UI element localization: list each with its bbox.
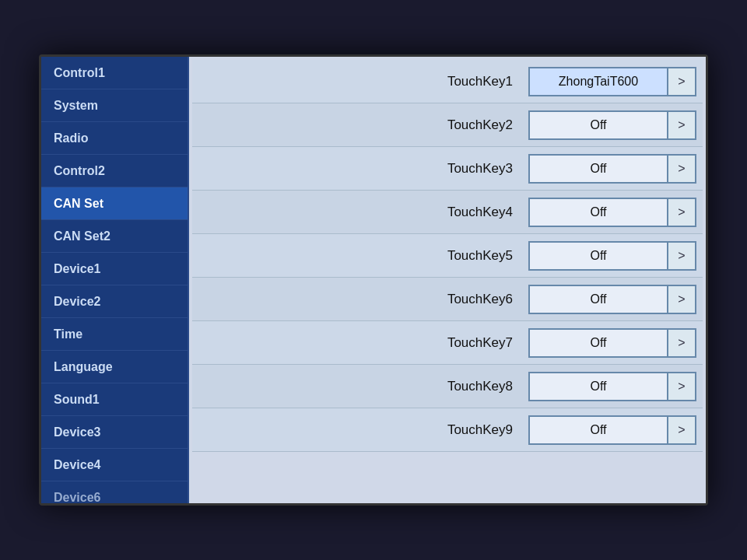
touch-row: TouchKey1ZhongTaiT600> — [192, 60, 703, 103]
touchkey-label: TouchKey6 — [192, 292, 528, 307]
touchkey-value[interactable]: Off — [528, 372, 668, 401]
sidebar-item-radio[interactable]: Radio — [41, 122, 188, 155]
touchkey-value[interactable]: Off — [528, 241, 668, 271]
touch-row: TouchKey6Off> — [192, 278, 703, 321]
touchkey-value[interactable]: Off — [528, 154, 668, 184]
touchkey-arrow[interactable]: > — [668, 67, 696, 96]
touch-row: TouchKey3Off> — [192, 147, 703, 191]
sidebar-item-device3[interactable]: Device3 — [41, 416, 188, 449]
touchkey-value[interactable]: ZhongTaiT600 — [528, 67, 668, 96]
touchkey-arrow[interactable]: > — [668, 198, 696, 227]
sidebar-item-language[interactable]: Language — [41, 351, 188, 383]
touchkey-value[interactable]: Off — [528, 285, 668, 314]
touchkey-label: TouchKey8 — [192, 379, 528, 394]
touchkey-arrow[interactable]: > — [668, 285, 696, 314]
touchkey-arrow[interactable]: > — [668, 328, 696, 358]
touch-row: TouchKey5Off> — [192, 234, 703, 278]
touchkey-arrow[interactable]: > — [668, 372, 696, 401]
sidebar-item-device1[interactable]: Device1 — [41, 253, 188, 285]
touchkey-arrow[interactable]: > — [668, 110, 696, 140]
touchkey-arrow[interactable]: > — [668, 415, 696, 445]
touchkey-arrow[interactable]: > — [668, 154, 696, 184]
touchkey-label: TouchKey1 — [192, 74, 528, 89]
sidebar: Control1SystemRadioControl2CAN SetCAN Se… — [41, 57, 189, 503]
touch-row: TouchKey2Off> — [192, 103, 703, 147]
main-content: TouchKey1ZhongTaiT600>TouchKey2Off>Touch… — [189, 57, 706, 503]
touchkey-label: TouchKey7 — [192, 335, 528, 351]
sidebar-item-system[interactable]: System — [41, 89, 188, 122]
touch-row: TouchKey9Off> — [192, 408, 703, 452]
touchkey-value[interactable]: Off — [528, 328, 668, 358]
sidebar-item-sound1[interactable]: Sound1 — [41, 383, 188, 416]
sidebar-item-control1[interactable]: Control1 — [41, 57, 188, 89]
sidebar-item-canset2[interactable]: CAN Set2 — [41, 220, 188, 253]
sidebar-item-canset[interactable]: CAN Set — [41, 187, 188, 220]
touchkey-value[interactable]: Off — [528, 110, 668, 140]
touchkey-value[interactable]: Off — [528, 415, 668, 445]
touch-row: TouchKey7Off> — [192, 321, 703, 365]
touchkey-label: TouchKey4 — [192, 205, 528, 220]
touchkey-value[interactable]: Off — [528, 198, 668, 227]
touchkey-arrow[interactable]: > — [668, 241, 696, 271]
main-screen: Control1SystemRadioControl2CAN SetCAN Se… — [39, 54, 708, 506]
sidebar-item-time[interactable]: Time — [41, 318, 188, 351]
touch-row: TouchKey4Off> — [192, 191, 703, 234]
touchkey-label: TouchKey5 — [192, 248, 528, 264]
sidebar-item-device6[interactable]: Device6 — [41, 481, 188, 503]
sidebar-item-device4[interactable]: Device4 — [41, 449, 188, 481]
touchkey-label: TouchKey3 — [192, 161, 528, 177]
touchkey-label: TouchKey2 — [192, 117, 528, 133]
touch-row: TouchKey8Off> — [192, 365, 703, 408]
sidebar-item-control2[interactable]: Control2 — [41, 155, 188, 187]
sidebar-item-device2[interactable]: Device2 — [41, 285, 188, 318]
touchkey-label: TouchKey9 — [192, 422, 528, 438]
